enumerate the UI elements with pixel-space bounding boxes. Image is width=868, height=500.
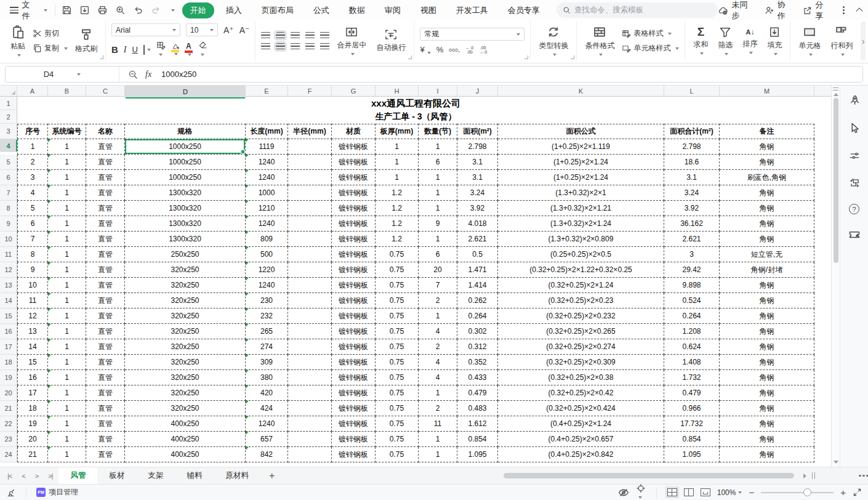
cell-D7[interactable]: 1300x320 [125,185,246,201]
cell-B24[interactable]: 1 [48,447,86,462]
column-header-A[interactable]: A [17,86,48,97]
cell-I19[interactable]: 4 [419,370,457,385]
collapse-ribbon-icon[interactable] [856,7,863,14]
cell-G13[interactable]: 镀锌钢板 [332,278,376,293]
cell-G15[interactable]: 镀锌钢板 [332,308,376,324]
cell-C14[interactable]: 直管 [86,293,125,308]
more-menu-icon[interactable] [843,9,845,11]
scroll-down-icon[interactable] [834,461,838,464]
bold-button[interactable]: B [111,44,118,55]
cell-F4[interactable] [288,139,332,155]
shrink-font-button[interactable]: A⁻ [239,25,250,35]
cell-B14[interactable]: 1 [48,293,86,308]
cell-A13[interactable]: 10 [17,278,48,293]
row-header-17[interactable]: 17 [0,339,17,355]
column-header-C[interactable]: C [86,86,125,97]
cell-C3[interactable]: 名称 [86,124,125,139]
cell-E15[interactable]: 232 [246,308,288,324]
cell-E5[interactable]: 1240 [246,155,288,170]
row-header-21[interactable]: 21 [0,401,17,416]
add-sheet-button[interactable] [260,470,283,482]
align-top-button[interactable] [261,32,270,39]
cell-H8[interactable]: 1.2 [376,201,419,216]
cell-F11[interactable] [288,247,332,262]
fullscreen-button[interactable] [853,488,862,497]
cell-D13[interactable]: 320x250 [125,278,246,293]
select-tool-button[interactable] [847,121,862,135]
row-header-9[interactable]: 9 [0,216,17,232]
row-header-18[interactable]: 18 [0,355,17,370]
last-sheet-icon[interactable] [48,472,52,480]
zoom-level[interactable]: 100% [717,488,742,497]
cell-H22[interactable]: 0.75 [376,416,419,432]
cell-E16[interactable]: 265 [246,324,288,339]
title-cell-2[interactable]: 生产工单 - 3（风管） [17,110,814,124]
eraser-button[interactable] [198,41,207,58]
cell-A14[interactable]: 11 [17,293,48,308]
cell-L4[interactable]: 2.798 [664,139,720,155]
hsplit-handle-icon[interactable] [812,472,815,479]
cell-J15[interactable]: 0.264 [457,308,498,324]
cell-G14[interactable]: 镀锌钢板 [332,293,376,308]
cell-L5[interactable]: 18.6 [664,155,720,170]
share-button[interactable]: 分享 [803,0,831,22]
cell-H13[interactable]: 0.75 [376,278,419,293]
cell-L9[interactable]: 36.162 [664,216,720,232]
cell-M15[interactable]: 角钢 [720,308,814,324]
cell-F23[interactable] [288,432,332,447]
cell-G12[interactable]: 镀锌钢板 [332,262,376,278]
comma-format-button[interactable]: 000, [449,46,460,53]
cell-A6[interactable]: 3 [17,170,48,185]
cell-G17[interactable]: 镀锌钢板 [332,339,376,355]
vertical-scrollbar-thumb[interactable] [834,98,838,263]
column-header-E[interactable]: E [246,86,288,97]
undo-button[interactable] [133,5,143,15]
tab-开发工具[interactable]: 开发工具 [448,2,496,18]
cell-C13[interactable]: 直管 [86,278,125,293]
format-painter-button[interactable]: 格式刷 [73,26,100,55]
tab-开始[interactable]: 开始 [182,2,214,18]
cell-D21[interactable]: 320x250 [125,401,246,416]
cell-B7[interactable]: 1 [48,185,86,201]
number-format-select[interactable]: 常规 [420,28,524,41]
cell-F21[interactable] [288,401,332,416]
cell-K9[interactable]: (1.3+0.32)×2×1.24 [498,216,664,232]
redo-button[interactable] [151,5,161,15]
cell-C19[interactable]: 直管 [86,370,125,385]
cell-I14[interactable]: 2 [419,293,457,308]
cell-F24[interactable] [288,447,332,462]
cell-H10[interactable]: 1.2 [376,232,419,247]
cell-B10[interactable]: 1 [48,232,86,247]
command-search[interactable]: 查找命令、搜索模板 [557,2,718,18]
cell-A8[interactable]: 5 [17,201,48,216]
cell-M16[interactable]: 角钢 [720,324,814,339]
cell-B19[interactable]: 1 [48,370,86,385]
cell-C4[interactable]: 直管 [86,139,125,155]
formula-input[interactable]: 1000x250 [161,70,196,79]
fx-icon[interactable]: fx [145,70,151,79]
select-all-corner[interactable] [0,86,17,97]
cell-G11[interactable]: 镀锌钢板 [332,247,376,262]
cell-E14[interactable]: 230 [246,293,288,308]
title-cell-1[interactable]: xxx通风工程有限公司 [17,97,814,110]
tab-视图[interactable]: 视图 [412,2,444,18]
filter-button[interactable]: 筛选 [715,25,735,57]
cell-K10[interactable]: (1.3+0.32)×2×0.809 [498,232,664,247]
cell-C16[interactable]: 直管 [86,324,125,339]
tab-插入[interactable]: 插入 [218,2,250,18]
row-header-10[interactable]: 10 [0,232,17,247]
cell-D18[interactable]: 320x250 [125,355,246,370]
cell-D3[interactable]: 规格 [125,124,246,139]
cell-C7[interactable]: 直管 [86,185,125,201]
cell-C12[interactable]: 直管 [86,262,125,278]
cell-I22[interactable]: 11 [419,416,457,432]
font-size-select[interactable]: 10 [186,23,218,36]
cell-C8[interactable]: 直管 [86,201,125,216]
copy-button[interactable]: 复制 [33,43,68,54]
cell-A17[interactable]: 14 [17,339,48,355]
cell-A23[interactable]: 20 [17,432,48,447]
cell-B16[interactable]: 1 [48,324,86,339]
cell-D14[interactable]: 320x250 [125,293,246,308]
cell-B4[interactable]: 1 [48,139,86,155]
draw-border-button[interactable] [156,41,166,58]
